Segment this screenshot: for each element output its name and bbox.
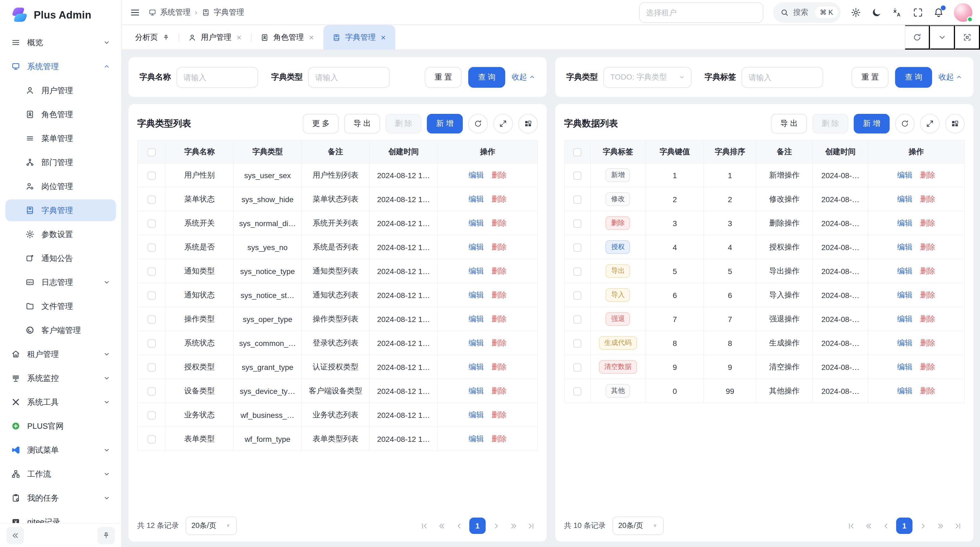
right-query-button[interactable]: 查 询 xyxy=(895,67,932,88)
sidebar-item-20[interactable]: gitee记录 xyxy=(5,511,116,523)
row-checkbox[interactable] xyxy=(573,196,581,204)
delete-link[interactable]: 删除 xyxy=(920,266,935,275)
sidebar-item-10[interactable]: DEV 日志管理 xyxy=(5,271,116,293)
row-checkbox[interactable] xyxy=(573,292,581,300)
right-reset-button[interactable]: 重 置 xyxy=(851,67,889,88)
delete-link[interactable]: 删除 xyxy=(492,314,507,323)
right-refresh-button[interactable] xyxy=(895,114,915,134)
breadcrumb-item-1[interactable]: 字典管理 xyxy=(202,7,244,17)
right-last-page-button[interactable] xyxy=(951,518,965,534)
left-fast-prev-button[interactable] xyxy=(434,518,449,534)
right-first-page-button[interactable] xyxy=(844,518,858,534)
tab-0[interactable]: 分析页 xyxy=(126,25,178,49)
edit-link[interactable]: 编辑 xyxy=(468,170,484,179)
left-toolbar-button-3[interactable]: 新 增 xyxy=(427,114,463,134)
right-prev-page-button[interactable] xyxy=(879,518,893,534)
row-checkbox[interactable] xyxy=(147,316,156,324)
avatar[interactable] xyxy=(954,3,972,22)
sidebar-item-7[interactable]: 字典管理 xyxy=(5,199,116,221)
edit-link[interactable]: 编辑 xyxy=(468,266,484,275)
delete-link[interactable]: 删除 xyxy=(492,290,507,299)
left-toolbar-button-2[interactable]: 删 除 xyxy=(385,114,422,134)
delete-link[interactable]: 删除 xyxy=(920,314,935,323)
row-checkbox[interactable] xyxy=(147,364,156,372)
right-dict-type-select[interactable]: TODO: 字典类型 xyxy=(603,67,692,88)
delete-link[interactable]: 删除 xyxy=(492,170,507,179)
left-field-input-1[interactable] xyxy=(308,67,390,88)
fullscreen-button[interactable] xyxy=(913,7,923,18)
row-checkbox[interactable] xyxy=(573,268,581,276)
row-checkbox[interactable] xyxy=(573,172,581,180)
tab-1[interactable]: 用户管理 xyxy=(179,25,251,49)
right-columns-button[interactable] xyxy=(945,114,965,134)
sidebar-item-4[interactable]: 菜单管理 xyxy=(5,128,116,149)
left-expand-button[interactable] xyxy=(493,114,513,134)
right-toolbar-button-2[interactable]: 新 增 xyxy=(854,114,889,134)
edit-link[interactable]: 编辑 xyxy=(468,290,484,299)
delete-link[interactable]: 删除 xyxy=(920,194,935,203)
sidebar-item-16[interactable]: PLUS官网 xyxy=(5,415,116,437)
left-field-input-0[interactable] xyxy=(177,67,258,88)
edit-link[interactable]: 编辑 xyxy=(468,218,484,227)
delete-link[interactable]: 删除 xyxy=(920,386,935,395)
row-checkbox[interactable] xyxy=(147,388,156,395)
sidebar-pin-button[interactable] xyxy=(97,526,115,544)
sidebar-item-9[interactable]: 通知公告 xyxy=(5,247,116,269)
tenant-select-input[interactable] xyxy=(639,2,763,22)
right-next-page-button[interactable] xyxy=(916,518,930,534)
left-next-page-button[interactable] xyxy=(489,518,503,534)
left-first-page-button[interactable] xyxy=(417,518,431,534)
sidebar-collapse-button[interactable] xyxy=(6,526,24,544)
edit-link[interactable]: 编辑 xyxy=(897,266,913,275)
row-checkbox[interactable] xyxy=(147,196,156,204)
left-page-size-select[interactable]: 20条/页▼ xyxy=(185,517,237,535)
row-checkbox[interactable] xyxy=(147,435,156,443)
sidebar-item-6[interactable]: 岗位管理 xyxy=(5,175,116,197)
edit-link[interactable]: 编辑 xyxy=(897,170,913,179)
delete-link[interactable]: 删除 xyxy=(920,170,935,179)
tabbar-chevron-down-button[interactable] xyxy=(930,25,955,49)
edit-link[interactable]: 编辑 xyxy=(897,218,913,227)
edit-link[interactable]: 编辑 xyxy=(468,242,484,251)
moon-button[interactable] xyxy=(871,7,882,18)
right-expand-button[interactable] xyxy=(920,114,940,134)
delete-link[interactable]: 删除 xyxy=(492,242,507,251)
edit-link[interactable]: 编辑 xyxy=(468,434,484,443)
delete-link[interactable]: 删除 xyxy=(492,362,507,371)
sidebar-item-12[interactable]: 客户端管理 xyxy=(5,319,116,341)
sidebar-item-5[interactable]: 部门管理 xyxy=(5,152,116,173)
row-checkbox[interactable] xyxy=(147,172,156,180)
tab-2[interactable]: 角色管理 xyxy=(251,25,323,49)
sidebar-item-3[interactable]: 角色管理 xyxy=(5,104,116,125)
delete-link[interactable]: 删除 xyxy=(920,290,935,299)
left-toolbar-button-0[interactable]: 更 多 xyxy=(303,114,339,134)
delete-link[interactable]: 删除 xyxy=(492,338,507,347)
row-checkbox[interactable] xyxy=(147,244,156,252)
left-collapse-search-link[interactable]: 收起 xyxy=(512,72,536,82)
tabbar-fullscreen-box-button[interactable] xyxy=(955,25,980,49)
edit-link[interactable]: 编辑 xyxy=(468,194,484,203)
select-all-checkbox[interactable] xyxy=(573,148,581,156)
left-query-button[interactable]: 查 询 xyxy=(468,67,505,88)
delete-link[interactable]: 删除 xyxy=(492,218,507,227)
sidebar-item-19[interactable]: 我的任务 xyxy=(5,487,116,509)
delete-link[interactable]: 删除 xyxy=(920,218,935,227)
left-reset-button[interactable]: 重 置 xyxy=(425,67,462,88)
left-last-page-button[interactable] xyxy=(524,518,538,534)
sidebar-item-11[interactable]: 文件管理 xyxy=(5,295,116,317)
row-checkbox[interactable] xyxy=(147,340,156,348)
sidebar-item-2[interactable]: 用户管理 xyxy=(5,80,116,101)
tabbar-refresh-button[interactable] xyxy=(905,25,930,49)
row-checkbox[interactable] xyxy=(573,220,581,228)
right-field-input-1[interactable] xyxy=(741,67,823,88)
right-toolbar-button-1[interactable]: 删 除 xyxy=(812,114,848,134)
sidebar-item-14[interactable]: 系统监控 xyxy=(5,367,116,389)
right-fast-prev-button[interactable] xyxy=(861,518,875,534)
edit-link[interactable]: 编辑 xyxy=(468,410,484,419)
delete-link[interactable]: 删除 xyxy=(492,194,507,203)
sidebar-item-13[interactable]: 租户管理 xyxy=(5,343,116,365)
delete-link[interactable]: 删除 xyxy=(920,338,935,347)
sidebar-item-1[interactable]: 系统管理 xyxy=(5,56,116,77)
row-checkbox[interactable] xyxy=(147,268,156,276)
edit-link[interactable]: 编辑 xyxy=(468,386,484,395)
